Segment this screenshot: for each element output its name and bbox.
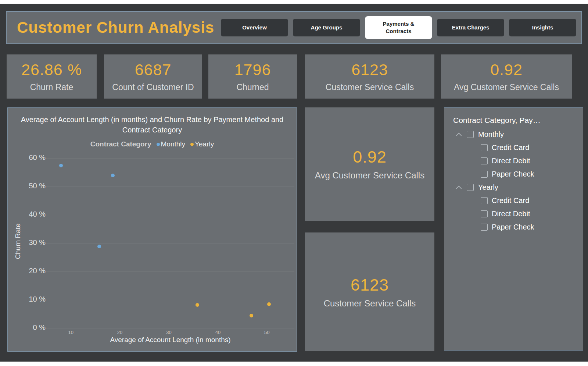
kpi-value: 1796 [234,61,271,79]
slicer-item-label: Direct Debit [492,210,530,218]
kpi-label: Churn Rate [30,82,74,92]
data-point-yearly[interactable] [250,314,253,317]
checkbox-monthly-credit-card[interactable] [481,144,488,151]
kpi-value: 6687 [135,61,172,79]
legend-dot [157,143,160,146]
chart-legend: Contract Category MonthlyYearly [8,140,297,148]
checkbox-yearly[interactable] [467,184,474,191]
slicer-item-label: Credit Card [492,196,529,205]
kpi-card-customer-service-calls: 6123Customer Service Calls [305,54,434,99]
kpi-label: Avg Customer Service Calls [454,82,559,92]
x-axis-tick-label: 10 [64,330,78,335]
gridline [46,243,294,244]
x-axis-tick-label: 30 [162,330,176,335]
y-axis-tick-label: 30 % [17,238,46,247]
slicer-group-yearly[interactable]: Yearly [444,181,583,194]
x-axis-tick-label: 40 [211,330,225,335]
kpi-card-avg-customer-service-calls: 0.92Avg Customer Service Calls [441,54,572,99]
chart-title: Average of Account Length (in months) an… [13,114,291,135]
legend-label: Yearly [195,140,214,148]
tab-label: Age Groups [311,24,343,31]
kpi-label: Count of Customer ID [112,82,194,92]
legend-item-monthly[interactable]: Monthly [157,140,186,148]
kpi-value: 6123 [351,61,388,79]
kpi-label: Avg Customer Service Calls [315,170,424,181]
y-axis-tick-label: 50 % [17,182,46,190]
tab-label: Extra Charges [452,24,490,31]
gridline [46,158,294,159]
tab-payments-contracts[interactable]: Payments & Contracts [365,16,432,39]
x-axis-title: Average of Account Length (in months) [46,336,294,344]
data-point-monthly[interactable] [97,245,101,248]
checkbox-yearly-direct-debit[interactable] [481,210,488,217]
kpi-value: 26.86 % [21,61,82,79]
scatter-chart-card: Average of Account Length (in months) an… [7,107,297,352]
slicer-item-label: Direct Debit [492,157,530,165]
y-axis-tick-label: 0 % [17,323,46,332]
checkbox-yearly-credit-card[interactable] [481,197,488,204]
data-point-monthly[interactable] [111,174,115,177]
slicer-group-monthly[interactable]: Monthly [444,128,583,141]
card-customer-service-calls: 6123Customer Service Calls [305,232,434,351]
kpi-value: 6123 [351,276,389,295]
slicer-item-label: Paper Check [492,170,534,178]
slicer-item-yearly-direct-debit[interactable]: Direct Debit [444,207,583,220]
tab-label: Payments & Contracts [375,20,422,35]
y-axis-tick-label: 10 % [17,295,46,303]
slicer-item-yearly-credit-card[interactable]: Credit Card [444,194,583,207]
gridline [46,271,294,272]
slicer-title: Contract Category, Pay… [444,116,583,125]
data-point-monthly[interactable] [59,164,63,167]
tab-label: Overview [242,24,267,31]
legend-dot [190,143,194,146]
y-axis-tick-label: 60 % [17,153,46,162]
kpi-label: Churned [236,82,269,92]
slicer-item-monthly-direct-debit[interactable]: Direct Debit [444,154,583,167]
kpi-card-churn-rate: 26.86 %Churn Rate [7,54,97,99]
tab-age-groups[interactable]: Age Groups [293,19,360,36]
x-axis-tick-label: 20 [112,330,127,335]
kpi-value: 0.92 [490,61,523,79]
gridline [46,186,294,187]
slicer-group-label: Monthly [478,130,504,139]
data-point-yearly[interactable] [267,302,271,306]
dashboard-canvas: Customer Churn Analysis OverviewAge Grou… [0,4,588,362]
chevron-up-icon[interactable] [456,132,462,138]
checkbox-monthly-direct-debit[interactable] [481,157,488,164]
kpi-value: 0.92 [353,148,387,167]
legend-item-yearly[interactable]: Yearly [190,140,214,148]
kpi-card-count-of-customer-id: 6687Count of Customer ID [104,54,202,99]
data-point-yearly[interactable] [196,303,199,307]
gridline [46,215,294,215]
x-axis-tick-label: 50 [259,330,274,335]
slicer-item-monthly-credit-card[interactable]: Credit Card [444,141,583,154]
header-panel: Customer Churn Analysis OverviewAge Grou… [6,11,582,44]
slicer-item-monthly-paper-check[interactable]: Paper Check [444,167,583,181]
plot-area [46,155,294,328]
slicer-item-label: Credit Card [492,143,529,152]
tab-extra-charges[interactable]: Extra Charges [437,19,504,36]
tab-insights[interactable]: Insights [509,19,576,36]
gridline [46,300,294,300]
tab-overview[interactable]: Overview [221,19,288,36]
chevron-up-icon[interactable] [456,185,462,191]
checkbox-monthly-paper-check[interactable] [481,171,488,178]
card-avg-customer-service-calls: 0.92Avg Customer Service Calls [305,107,434,221]
nav-tabs: OverviewAge GroupsPayments & ContractsEx… [221,16,581,39]
gridline [46,328,294,328]
contract-payment-slicer: Contract Category, Pay… MonthlyCredit Ca… [444,107,583,351]
slicer-item-label: Paper Check [492,223,534,231]
legend-label: Monthly [161,140,186,148]
tab-label: Insights [532,24,553,31]
kpi-label: Customer Service Calls [326,82,414,92]
checkbox-yearly-paper-check[interactable] [481,224,488,231]
kpi-label: Customer Service Calls [324,298,416,309]
y-axis-tick-label: 20 % [17,267,46,275]
checkbox-monthly[interactable] [467,131,474,138]
slicer-group-label: Yearly [478,183,498,192]
kpi-card-churned: 1796Churned [208,54,297,99]
page-title: Customer Churn Analysis [7,19,214,36]
y-axis-tick-label: 40 % [17,210,46,218]
legend-title: Contract Category [90,140,151,148]
slicer-item-yearly-paper-check[interactable]: Paper Check [444,220,583,234]
